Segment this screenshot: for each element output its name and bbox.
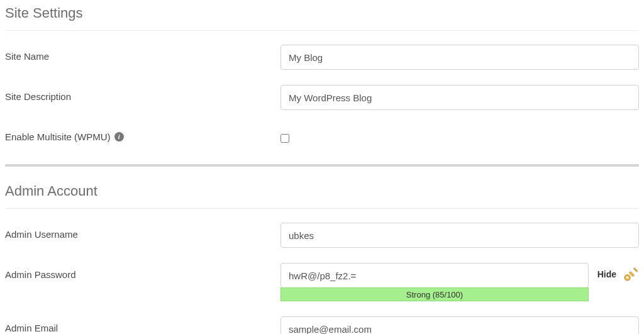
site-name-row: Site Name [5, 45, 639, 70]
site-description-input[interactable] [280, 85, 639, 110]
divider [5, 208, 639, 209]
admin-account-heading: Admin Account [5, 178, 639, 208]
admin-email-label: Admin Email [5, 316, 280, 333]
svg-rect-4 [635, 269, 638, 272]
admin-email-input[interactable] [280, 316, 639, 334]
admin-password-label: Admin Password [5, 263, 280, 280]
multisite-label: Enable Multisite (WPMU) i [5, 125, 280, 142]
multisite-checkbox[interactable] [280, 134, 289, 143]
key-icon[interactable] [623, 263, 639, 283]
admin-username-row: Admin Username [5, 223, 639, 248]
admin-email-row: Admin Email [5, 316, 639, 334]
site-description-row: Site Description [5, 85, 639, 110]
info-icon[interactable]: i [114, 132, 124, 142]
admin-password-input[interactable] [280, 263, 589, 288]
admin-username-input[interactable] [280, 223, 639, 248]
site-name-input[interactable] [280, 45, 639, 70]
admin-password-row: Admin Password Strong (85/100) Hide [5, 263, 639, 301]
password-toggle[interactable]: Hide [597, 263, 616, 279]
password-strength-bar: Strong (85/100) [280, 287, 589, 301]
site-description-label: Site Description [5, 85, 280, 102]
multisite-label-text: Enable Multisite (WPMU) [5, 131, 111, 142]
site-name-label: Site Name [5, 45, 280, 62]
section-divider [5, 164, 639, 167]
multisite-row: Enable Multisite (WPMU) i [5, 125, 639, 143]
divider [5, 30, 639, 31]
site-settings-heading: Site Settings [5, 0, 639, 30]
svg-point-1 [626, 277, 628, 279]
admin-username-label: Admin Username [5, 223, 280, 240]
